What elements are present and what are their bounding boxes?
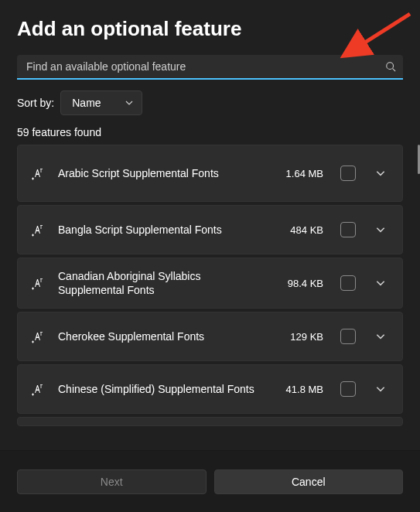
chevron-down-icon[interactable] — [370, 272, 391, 294]
feature-size: 41.8 MB — [272, 384, 323, 395]
sort-by-label: Sort by: — [17, 97, 54, 109]
sort-row: Sort by: Name — [0, 80, 420, 118]
list-item[interactable] — [17, 417, 403, 426]
feature-size: 129 KB — [272, 331, 323, 343]
feature-list: Arabic Script Supplemental Fonts 1.64 MB… — [0, 145, 420, 443]
feature-checkbox[interactable] — [340, 329, 356, 344]
list-item[interactable]: Chinese (Simplified) Supplemental Fonts … — [17, 364, 403, 414]
feature-name: Canadian Aboriginal Syllabics Supplement… — [58, 269, 263, 297]
chevron-down-icon[interactable] — [370, 219, 391, 241]
feature-size: 98.4 KB — [272, 278, 323, 289]
list-item[interactable]: Bangla Script Supplemental Fonts 484 KB — [17, 205, 403, 254]
feature-checkbox[interactable] — [340, 275, 356, 291]
search-field[interactable] — [17, 55, 403, 80]
search-input[interactable] — [17, 55, 378, 78]
chevron-down-icon[interactable] — [370, 326, 391, 347]
feature-checkbox[interactable] — [340, 166, 356, 181]
search-icon[interactable] — [378, 54, 403, 79]
list-item[interactable]: Canadian Aboriginal Syllabics Supplement… — [17, 258, 403, 309]
font-icon — [27, 222, 49, 237]
list-item[interactable]: Arabic Script Supplemental Fonts 1.64 MB — [17, 145, 403, 202]
font-icon — [27, 381, 49, 397]
svg-point-0 — [387, 63, 394, 70]
feature-name: Cherokee Supplemental Fonts — [58, 329, 263, 343]
font-icon — [27, 329, 49, 344]
feature-checkbox[interactable] — [340, 381, 356, 397]
chevron-down-icon — [125, 98, 134, 108]
sort-selected-value: Name — [72, 97, 101, 109]
next-button[interactable]: Next — [17, 469, 207, 494]
cancel-button[interactable]: Cancel — [214, 469, 404, 494]
feature-name: Arabic Script Supplemental Fonts — [58, 166, 263, 180]
dialog-title: Add an optional feature — [0, 0, 420, 50]
font-icon — [27, 275, 49, 291]
list-item[interactable]: Cherokee Supplemental Fonts 129 KB — [17, 312, 403, 361]
feature-name: Chinese (Simplified) Supplemental Fonts — [58, 382, 263, 396]
results-count: 59 features found — [0, 118, 420, 145]
button-bar: Next Cancel — [0, 450, 420, 512]
feature-name: Bangla Script Supplemental Fonts — [58, 223, 263, 237]
feature-checkbox[interactable] — [340, 222, 356, 237]
chevron-down-icon[interactable] — [370, 378, 391, 400]
font-icon — [27, 166, 49, 181]
feature-size: 484 KB — [272, 224, 323, 236]
svg-line-1 — [393, 69, 396, 72]
sort-select[interactable]: Name — [60, 90, 142, 115]
chevron-down-icon[interactable] — [370, 162, 391, 184]
feature-size: 1.64 MB — [272, 168, 323, 179]
